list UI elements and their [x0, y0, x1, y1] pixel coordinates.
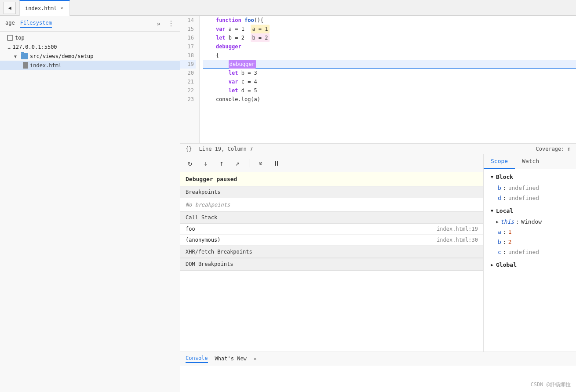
tree-item-server[interactable]: ☁ 127.0.0.1:5500 [0, 42, 180, 52]
call-stack-loc-anon: index.html:30 [437, 237, 478, 243]
scope-item-b-local: b : 2 [484, 237, 576, 247]
scope-group-block-label: Block [496, 174, 513, 180]
sidebar-header: age Filesystem » ⋮ [0, 16, 180, 32]
active-tab[interactable]: index.html × [19, 0, 70, 16]
scope-colon-b-block: : [503, 185, 507, 191]
deactivate-breakpoints-button[interactable]: ⊘ [255, 157, 267, 169]
right-panel: 14 15 16 17 18 19 20 21 22 23 function f… [180, 16, 576, 392]
xhr-header[interactable]: XHR/fetch Breakpoints [180, 246, 483, 258]
breakpoints-section: Breakpoints No breakpoints [180, 186, 483, 212]
pause-button[interactable]: ⏸ [270, 157, 283, 169]
scope-colon-a-local: : [503, 229, 507, 235]
scope-value-b-local: 2 [508, 239, 512, 245]
scope-group-local-header[interactable]: ▼ Local [484, 205, 576, 217]
step-over-icon: ↓ [204, 159, 208, 167]
tab-close-icon[interactable]: × [59, 4, 64, 12]
dom-header[interactable]: DOM Breakpoints [180, 258, 483, 270]
scope-content[interactable]: ▼ Block b : undefined d : undefined [484, 169, 576, 352]
scope-item-a-local: a : 1 [484, 227, 576, 237]
code-view[interactable]: 14 15 16 17 18 19 20 21 22 23 function f… [180, 16, 576, 143]
line-num-14: 14 [180, 16, 196, 25]
tree-label-indexhtml: index.html [30, 62, 62, 69]
scope-colon-c-local: : [503, 249, 507, 255]
whatsnew-tab[interactable]: What's New [215, 356, 247, 363]
code-line-23: console.log(a) [203, 95, 576, 104]
cursor-position: Line 19, Column 7 [199, 146, 253, 152]
file-icon [23, 62, 28, 69]
step-out-button[interactable]: ↗ [231, 157, 244, 169]
scope-group-local: ▼ Local ▶ this : Window a [484, 205, 576, 257]
resume-button[interactable]: ↻ [184, 157, 196, 169]
scope-key-c-local: c [498, 249, 501, 255]
scope-value-c-local: undefined [508, 249, 539, 255]
tree-label-top: top [15, 35, 25, 41]
console-tab[interactable]: Console [186, 355, 208, 363]
scope-group-global-header[interactable]: ▶ Global [484, 259, 576, 271]
scope-group-block-header[interactable]: ▼ Block [484, 171, 576, 183]
scope-panel: Scope Watch ▼ Block b : undefined [484, 154, 576, 352]
code-line-21: var c = 4 [203, 77, 576, 86]
code-line-18: { [203, 51, 576, 60]
watermark: CSDN @舒畅娜拉 [531, 381, 571, 388]
scope-group-global: ▶ Global [484, 259, 576, 271]
dom-section: DOM Breakpoints [180, 258, 483, 271]
sidebar-menu-icon[interactable]: ⋮ [168, 19, 175, 28]
sidebar-tab-age[interactable]: age [5, 20, 15, 28]
sidebar-tab-filesystem[interactable]: Filesystem [20, 20, 52, 28]
code-line-20: let b = 3 [203, 69, 576, 77]
local-arrow-icon: ▼ [491, 208, 493, 213]
tab-watch[interactable]: Watch [515, 154, 546, 169]
scope-item-c-local: c : undefined [484, 247, 576, 257]
line-num-17: 17 [180, 42, 196, 51]
line-num-15: 15 [180, 25, 196, 33]
this-expand-arrow: ▶ [496, 219, 499, 224]
scope-group-global-label: Global [496, 261, 517, 268]
step-over-button[interactable]: ↓ [200, 157, 212, 169]
call-stack-loc-foo: index.html:19 [437, 226, 478, 232]
tree-item-top[interactable]: top [0, 33, 180, 42]
line-num-16: 16 [180, 33, 196, 42]
pause-icon: ⏸ [273, 159, 280, 167]
back-icon: ◀ [8, 5, 11, 11]
scope-key-d-block: d [498, 195, 501, 201]
cloud-icon: ☁ [7, 44, 11, 51]
console-bar: Console What's New × [180, 352, 576, 366]
sidebar-tree: top ☁ 127.0.0.1:5500 ▼ src/views/demo/se… [0, 32, 180, 392]
tree-item-folder[interactable]: ▼ src/views/demo/setup [0, 52, 180, 61]
resume-icon: ↻ [188, 159, 192, 167]
breakpoints-header[interactable]: Breakpoints [180, 186, 483, 198]
scope-key-b-block: b [498, 185, 501, 191]
line-num-23: 23 [180, 95, 196, 104]
tree-item-indexhtml[interactable]: index.html [0, 61, 180, 70]
call-stack-header[interactable]: Call Stack [180, 212, 483, 224]
tab-filename: index.html [25, 5, 57, 11]
call-stack-entry-foo[interactable]: foo index.html:19 [180, 224, 483, 235]
step-into-button[interactable]: ↑ [215, 157, 228, 169]
coverage-text: Coverage: n [536, 146, 571, 152]
code-line-17: debugger [203, 42, 576, 51]
debugger-panel: ↻ ↓ ↑ ↗ ⊘ ⏸ [180, 154, 576, 352]
code-content[interactable]: function foo(){ var a = 1 a = 1 let b = … [200, 16, 576, 143]
call-stack-entry-anon[interactable]: (anonymous) index.html:30 [180, 235, 483, 246]
scope-this-key: this [500, 218, 514, 225]
scope-tabs: Scope Watch [484, 154, 576, 169]
scope-value-b-block: undefined [508, 185, 539, 191]
whatsnew-close-icon[interactable]: × [254, 356, 257, 362]
global-arrow-icon: ▶ [491, 262, 493, 267]
line-numbers: 14 15 16 17 18 19 20 21 22 23 [180, 16, 200, 143]
tab-scope[interactable]: Scope [484, 154, 515, 169]
scope-group-block: ▼ Block b : undefined d : undefined [484, 171, 576, 203]
scope-item-this[interactable]: ▶ this : Window [484, 217, 576, 227]
format-icon[interactable]: {} [186, 146, 192, 152]
scope-item-d-block: d : undefined [484, 193, 576, 203]
sidebar-chevron[interactable]: » [157, 20, 160, 27]
scope-item-b-block: b : undefined [484, 183, 576, 193]
tab-back-button[interactable]: ◀ [4, 2, 16, 14]
toolbar-separator [249, 159, 249, 167]
tree-label-server: 127.0.0.1:5500 [12, 44, 57, 50]
call-stack-section: Call Stack foo index.html:19 (anonymous)… [180, 212, 483, 246]
debug-toolbar: ↻ ↓ ↑ ↗ ⊘ ⏸ [180, 154, 483, 172]
status-bar: {} Line 19, Column 7 Coverage: n [180, 143, 576, 154]
sidebar: age Filesystem » ⋮ top ☁ 127.0.0.1:5500 … [0, 16, 180, 392]
scope-group-local-label: Local [496, 207, 513, 214]
